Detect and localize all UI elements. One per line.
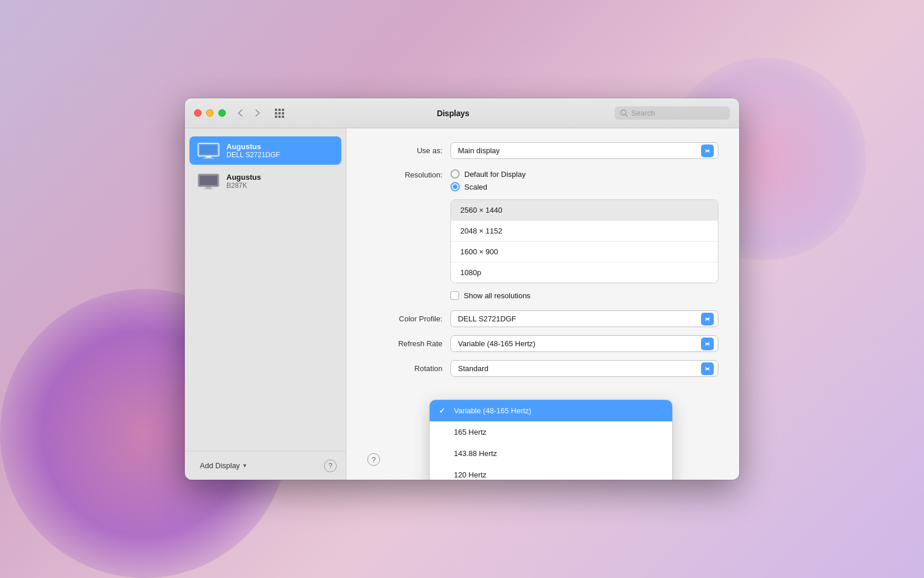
dropdown-label-3: 120 Hertz [454,470,486,479]
displays-window: Displays Search [185,98,739,480]
sidebar-help-button[interactable]: ? [324,460,337,472]
svg-rect-12 [200,145,217,154]
main-help-button[interactable]: ? [367,453,380,466]
search-placeholder: Search [631,109,655,117]
resolution-item-3[interactable]: 1080p [451,262,718,283]
svg-rect-0 [275,109,277,111]
resolution-radio-scaled-label: Scaled [464,183,487,191]
svg-rect-6 [275,116,277,118]
use-as-select[interactable]: Main display [450,142,718,159]
close-button[interactable] [194,109,202,117]
svg-rect-2 [282,109,284,111]
use-as-row: Use as: Main display [367,142,718,159]
refresh-rate-select-wrapper: Variable (48-165 Hertz) [450,335,718,352]
svg-rect-17 [206,187,211,188]
back-button[interactable] [233,106,248,121]
resolution-radio-default-label: Default for Display [464,170,526,179]
resolution-label: Resolution: [367,169,442,179]
dropdown-label-1: 165 Hertz [454,428,486,436]
resolution-item-2[interactable]: 1600 × 900 [451,242,718,262]
use-as-label: Use as: [367,146,442,155]
window-title: Displays [292,109,614,118]
display-1-model: DELL S2721DGF [226,151,280,159]
search-bar[interactable]: Search [614,106,730,120]
resolution-item-0[interactable]: 2560 × 1440 [451,200,718,221]
refresh-rate-row: Refresh Rate Variable (48-165 Hertz) [367,335,718,352]
grid-button[interactable] [272,106,287,121]
color-profile-select[interactable]: DELL S2721DGF [450,310,718,327]
monitor-icon-2 [198,173,219,190]
sidebar: Augustus DELL S2721DGF Augustus B287K [185,128,346,480]
show-all-label: Show all resolutions [464,291,531,300]
display-1-name: Augustus [226,142,280,151]
main-content: Use as: Main display Resolution: [346,128,739,480]
resolution-section: Resolution: Default for Display Scaled [367,169,718,191]
sidebar-item-display-1[interactable]: Augustus DELL S2721DGF [189,136,341,165]
rotation-row: Rotation Standard [367,360,718,377]
monitor-icon-1 [198,143,219,159]
svg-rect-1 [278,109,281,111]
color-profile-select-wrapper: DELL S2721DGF [450,310,718,327]
add-display-button[interactable]: Add Display ▾ [194,458,252,473]
display-1-info: Augustus DELL S2721DGF [226,142,280,159]
sidebar-footer: Add Display ▾ ? [185,451,346,480]
titlebar: Displays Search [185,98,739,128]
svg-rect-14 [203,158,214,159]
nav-buttons [233,106,265,121]
search-icon [620,109,628,117]
window-controls [194,109,226,117]
svg-rect-3 [275,112,277,114]
resolution-option-scaled[interactable]: Scaled [450,182,526,191]
resolution-item-1[interactable]: 2048 × 1152 [451,221,718,242]
resolution-options: Default for Display Scaled [450,169,526,191]
dropdown-label-2: 143.88 Hertz [454,449,497,458]
resolution-list: 2560 × 1440 2048 × 1152 1600 × 900 1080p [450,199,718,283]
display-2-name: Augustus [226,173,261,181]
resolution-radio-scaled[interactable] [450,182,460,191]
resolution-radio-default[interactable] [450,169,460,179]
display-2-model: B287K [226,181,261,190]
svg-rect-16 [200,176,217,185]
forward-button[interactable] [250,106,265,121]
rotation-select-wrapper: Standard [450,360,718,377]
sidebar-item-display-2[interactable]: Augustus B287K [189,167,341,195]
refresh-rate-dropdown: ✓ Variable (48-165 Hertz) 165 Hertz 143.… [430,400,672,480]
color-profile-row: Color Profile: DELL S2721DGF [367,310,718,327]
refresh-rate-select[interactable]: Variable (48-165 Hertz) [450,335,718,352]
minimize-button[interactable] [206,109,214,117]
svg-rect-8 [282,116,284,118]
dropdown-item-3[interactable]: 120 Hertz [430,464,672,480]
refresh-rate-label: Refresh Rate [367,339,442,348]
add-display-label: Add Display [200,461,240,470]
svg-rect-18 [203,188,214,190]
window-body: Augustus DELL S2721DGF Augustus B287K [185,128,739,480]
display-2-info: Augustus B287K [226,173,261,190]
svg-rect-7 [278,116,281,118]
svg-rect-5 [282,112,284,114]
dropdown-item-1[interactable]: 165 Hertz [430,421,672,443]
dropdown-label-0: Variable (48-165 Hertz) [454,406,531,415]
resolution-option-default[interactable]: Default for Display [450,169,526,179]
show-all-row: Show all resolutions [450,291,718,300]
dropdown-item-2[interactable]: 143.88 Hertz [430,443,672,464]
maximize-button[interactable] [218,109,226,117]
use-as-select-wrapper: Main display [450,142,718,159]
rotation-select[interactable]: Standard [450,360,718,377]
rotation-label: Rotation [367,364,442,373]
svg-line-10 [625,114,628,117]
svg-rect-13 [206,156,211,158]
dropdown-item-0[interactable]: ✓ Variable (48-165 Hertz) [430,400,672,421]
svg-rect-4 [278,112,281,114]
add-display-chevron-icon: ▾ [243,462,247,469]
color-profile-label: Color Profile: [367,314,442,323]
show-all-checkbox[interactable] [450,291,459,300]
dropdown-check-0: ✓ [439,406,448,415]
